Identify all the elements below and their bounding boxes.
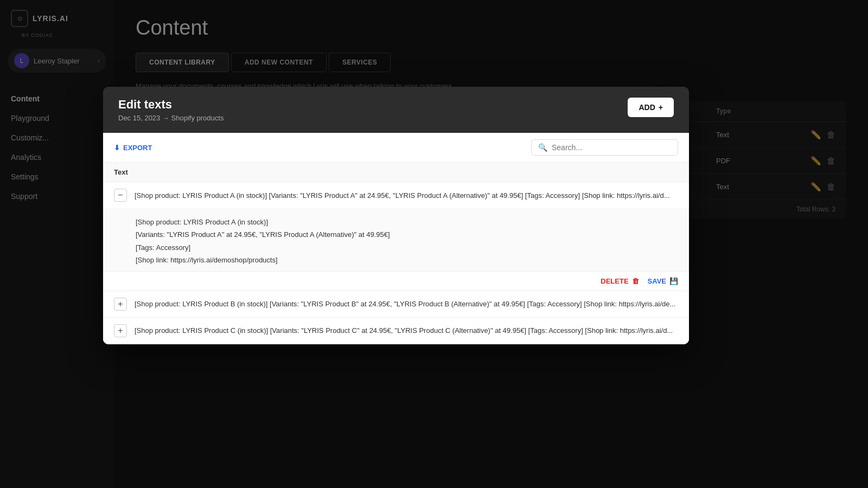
delete-label: DELETE [601,277,628,285]
modal-row-3: + [Shop product: LYRIS Product C (in sto… [103,318,689,344]
search-input[interactable] [552,143,671,152]
export-icon: ⬇ [114,144,120,152]
expanded-actions: DELETE 🗑 SAVE 💾 [103,271,689,291]
modal-row-3-summary[interactable]: + [Shop product: LYRIS Product C (in sto… [103,318,689,344]
row-2-summary-text: [Shop product: LYRIS Product B (in stock… [135,300,678,308]
save-label: SAVE [648,277,666,285]
add-button[interactable]: ADD + [628,98,674,117]
modal-row-2: + [Shop product: LYRIS Product B (in sto… [103,291,689,318]
delete-row-button[interactable]: DELETE 🗑 [601,277,639,285]
plus-icon: + [659,103,663,112]
modal-header: Edit texts Dec 15, 2023 → Shopify produc… [103,87,689,133]
expanded-line-3: [Tags: Accessory] [136,241,656,254]
expanded-line-1: [Shop product: LYRIS Product A (in stock… [136,216,656,228]
collapse-icon[interactable]: − [114,189,127,202]
trash-icon: 🗑 [632,277,639,285]
save-icon: 💾 [669,277,678,285]
modal-row-2-summary[interactable]: + [Shop product: LYRIS Product B (in sto… [103,291,689,317]
search-area: 🔍 [531,139,678,156]
edit-texts-modal: Edit texts Dec 15, 2023 → Shopify produc… [103,87,689,344]
add-label: ADD [639,103,655,112]
export-label: EXPORT [123,144,152,152]
modal-body: − [Shop product: LYRIS Product A (in sto… [103,182,689,344]
search-icon: 🔍 [538,143,547,152]
modal-subtitle: Dec 15, 2023 → Shopify products [118,114,224,122]
modal-title: Edit texts [118,98,224,112]
modal-toolbar: ⬇ EXPORT 🔍 [103,133,689,163]
export-button[interactable]: ⬇ EXPORT [114,144,152,152]
expand-icon[interactable]: + [114,324,127,337]
modal-row-1-expanded: [Shop product: LYRIS Product A (in stock… [103,208,689,271]
expand-icon[interactable]: + [114,298,127,311]
row-1-summary-text: [Shop product: LYRIS Product A (in stock… [135,191,678,200]
modal-row-1: − [Shop product: LYRIS Product A (in sto… [103,182,689,291]
save-row-button[interactable]: SAVE 💾 [648,277,678,285]
expanded-line-2: [Variants: "LYRIS Product A" at 24.95€, … [136,228,656,241]
modal-col-header: Text [103,163,689,182]
row-3-summary-text: [Shop product: LYRIS Product C (in stock… [135,326,678,335]
expanded-line-4: [Shop link: https://lyris.ai/demoshop/pr… [136,254,656,266]
modal-row-1-summary[interactable]: − [Shop product: LYRIS Product A (in sto… [103,182,689,208]
